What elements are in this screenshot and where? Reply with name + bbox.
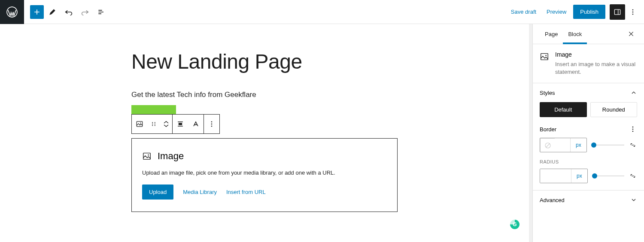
svg-point-9 — [155, 122, 155, 123]
panel-label: Advanced — [540, 197, 565, 203]
toolbar: Save draft Preview Publish — [0, 0, 644, 24]
page-title[interactable]: New Landing Page — [131, 50, 398, 73]
align-icon — [176, 120, 185, 128]
image-icon — [142, 151, 152, 161]
unlink-sides-button[interactable] — [629, 141, 637, 149]
border-width-slider[interactable] — [591, 141, 624, 149]
sidebar-close-button[interactable] — [625, 28, 637, 40]
tab-page[interactable]: Page — [540, 24, 563, 44]
block-more-button[interactable] — [204, 115, 219, 133]
list-icon — [97, 8, 106, 16]
svg-point-8 — [152, 122, 153, 123]
svg-point-22 — [632, 127, 634, 128]
link-icon — [629, 172, 637, 180]
publish-button[interactable]: Publish — [573, 5, 605, 19]
undo-icon — [64, 7, 73, 17]
text-over-image-icon — [191, 120, 200, 128]
svg-point-23 — [632, 129, 634, 130]
panel-label: Styles — [540, 90, 555, 96]
svg-point-19 — [148, 154, 149, 156]
sidebar-icon — [613, 8, 622, 16]
no-color-icon — [544, 142, 552, 149]
panel-styles-toggle[interactable]: Styles — [533, 83, 644, 102]
block-type-button[interactable] — [132, 115, 147, 133]
radius-slider[interactable] — [592, 172, 624, 180]
svg-point-13 — [155, 125, 155, 126]
svg-point-7 — [140, 122, 141, 123]
move-down-button[interactable] — [163, 124, 169, 127]
editor-canvas[interactable]: New Landing Page Get the latest Tech inf… — [0, 24, 529, 242]
drag-handle[interactable] — [147, 115, 160, 133]
svg-point-5 — [632, 13, 634, 15]
link-icon — [629, 141, 637, 149]
svg-rect-18 — [143, 153, 151, 160]
paragraph-block[interactable]: Get the latest Tech info from Geekflare — [131, 91, 398, 99]
svg-point-11 — [155, 124, 155, 124]
border-width-input[interactable] — [555, 138, 570, 152]
svg-rect-20 — [541, 54, 548, 60]
save-draft-button[interactable]: Save draft — [506, 5, 541, 18]
svg-point-15 — [211, 121, 213, 123]
more-options-button[interactable] — [625, 4, 641, 20]
dots-vertical-icon — [629, 8, 637, 16]
redo-icon — [80, 7, 90, 17]
redo-button[interactable] — [77, 4, 93, 20]
wp-logo[interactable] — [0, 0, 24, 24]
scrollbar[interactable] — [529, 24, 532, 242]
border-unit-select[interactable]: px — [570, 138, 586, 152]
svg-point-17 — [211, 126, 213, 127]
align-button[interactable] — [173, 115, 188, 133]
preview-button[interactable]: Preview — [541, 5, 571, 18]
svg-point-24 — [632, 131, 634, 132]
insert-from-url-button[interactable]: Insert from URL — [226, 189, 266, 195]
svg-rect-1 — [614, 9, 620, 15]
plus-icon — [33, 8, 41, 16]
pencil-icon — [48, 8, 57, 16]
move-up-button[interactable] — [163, 121, 169, 124]
border-label: Border — [540, 126, 556, 133]
svg-point-12 — [152, 125, 153, 126]
svg-line-26 — [546, 144, 550, 148]
panel-advanced-toggle[interactable]: Advanced — [533, 191, 644, 209]
svg-point-21 — [545, 55, 547, 56]
add-text-button[interactable] — [188, 115, 204, 133]
border-options-button[interactable] — [629, 125, 637, 133]
unlink-radius-button[interactable] — [629, 172, 637, 180]
sidebar-toggle-button[interactable] — [610, 4, 625, 20]
svg-rect-6 — [137, 121, 142, 127]
svg-point-3 — [632, 9, 634, 10]
list-view-button[interactable] — [94, 4, 109, 20]
tools-button[interactable] — [45, 4, 60, 20]
border-color-swatch[interactable] — [540, 138, 555, 152]
style-default-button[interactable]: Default — [540, 102, 587, 117]
style-rounded-button[interactable]: Rounded — [590, 102, 638, 117]
add-block-button[interactable] — [30, 5, 44, 19]
drag-icon — [151, 121, 157, 127]
image-placeholder: Image Upload an image file, pick one fro… — [131, 138, 398, 212]
svg-point-4 — [632, 11, 634, 12]
wordpress-icon — [6, 6, 18, 18]
upload-button[interactable]: Upload — [142, 185, 173, 200]
media-library-button[interactable]: Media Library — [183, 189, 217, 195]
image-icon — [540, 52, 549, 61]
tab-block[interactable]: Block — [563, 24, 587, 44]
chevron-down-icon — [630, 197, 637, 203]
grammarly-badge[interactable]: G — [510, 220, 519, 229]
radius-label: RADIUS — [540, 159, 637, 164]
svg-point-10 — [152, 124, 153, 124]
svg-point-16 — [211, 124, 213, 125]
settings-sidebar: Page Block Image Insert an image to make… — [532, 24, 644, 242]
chevron-up-icon — [630, 89, 637, 96]
placeholder-description: Upload an image file, pick one from your… — [142, 169, 387, 176]
block-toolbar — [131, 114, 220, 134]
radius-unit-select[interactable]: px — [571, 169, 587, 183]
image-icon — [135, 120, 144, 128]
radius-input[interactable] — [540, 169, 571, 183]
dots-vertical-icon — [207, 120, 216, 128]
placeholder-title: Image — [158, 151, 184, 162]
block-name: Image — [555, 51, 637, 58]
close-icon — [628, 30, 635, 37]
undo-button[interactable] — [61, 4, 76, 20]
svg-rect-14 — [179, 123, 182, 125]
separator-block[interactable] — [131, 105, 176, 115]
